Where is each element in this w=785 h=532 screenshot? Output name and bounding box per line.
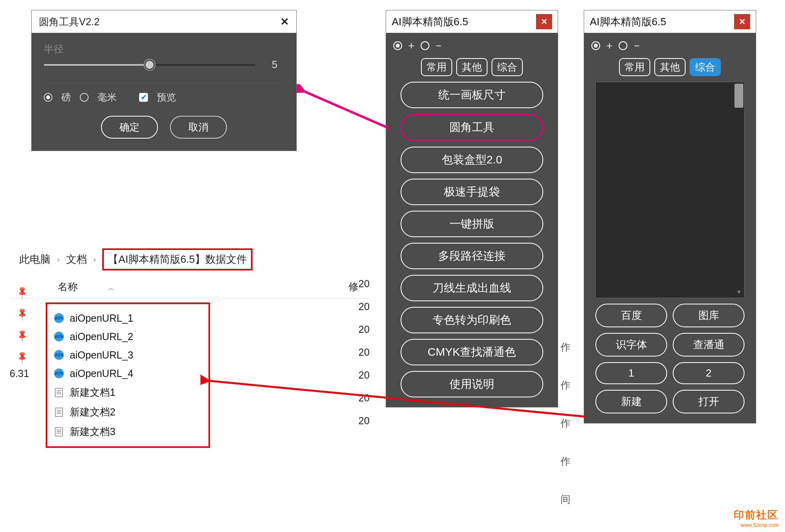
round-corner-dialog: 圆角工具V2.2 ✕ 半径 5 磅 毫米 预览 确定 取消 bbox=[31, 10, 297, 151]
custom-script-list[interactable]: ▴ ▾ bbox=[595, 82, 745, 298]
file-date: 20 bbox=[358, 369, 370, 381]
radius-label: 半径 bbox=[44, 42, 284, 56]
unit-pound-radio[interactable] bbox=[44, 93, 53, 102]
quick-button[interactable]: 新建 bbox=[595, 390, 667, 413]
tab-其他[interactable]: 其他 bbox=[456, 58, 488, 76]
file-row[interactable]: 新建文档3 bbox=[53, 422, 203, 441]
edge-icon bbox=[53, 349, 65, 361]
tool-button[interactable]: 一键拼版 bbox=[401, 211, 543, 237]
panel-titlebar[interactable]: AI脚本精简版6.5 ✕ bbox=[386, 10, 558, 33]
tab-综合[interactable]: 综合 bbox=[492, 58, 523, 76]
text-file-icon bbox=[53, 387, 65, 399]
watermark-url: www.52cnp.com bbox=[734, 522, 779, 528]
quick-button[interactable]: 1 bbox=[595, 362, 667, 384]
pin-icon[interactable]: 📌 bbox=[15, 307, 30, 322]
quick-button[interactable]: 识字体 bbox=[595, 333, 667, 357]
tool-button[interactable]: 包装盒型2.0 bbox=[401, 147, 543, 173]
text-file-icon bbox=[53, 406, 65, 418]
truncated-char: 作 bbox=[560, 341, 571, 354]
close-icon[interactable]: ✕ bbox=[536, 14, 552, 29]
crumb-pc[interactable]: 此电脑 bbox=[19, 252, 51, 266]
close-icon[interactable]: ✕ bbox=[734, 14, 750, 29]
mode-plus-radio[interactable] bbox=[591, 41, 600, 50]
quick-button[interactable]: 图库 bbox=[673, 304, 745, 327]
crumb-folder[interactable]: 【AI脚本精简版6.5】数据文件 bbox=[102, 248, 253, 270]
edge-icon bbox=[53, 312, 65, 324]
watermark: 印前社区 www.52cnp.com bbox=[734, 508, 779, 528]
tab-常用[interactable]: 常用 bbox=[421, 58, 452, 76]
tool-button[interactable]: 统一画板尺寸 bbox=[401, 82, 543, 108]
sort-asc-icon[interactable]: ︿ bbox=[108, 285, 114, 291]
tab-常用[interactable]: 常用 bbox=[619, 58, 650, 76]
tab-综合[interactable]: 综合 bbox=[690, 58, 721, 76]
close-icon[interactable]: ✕ bbox=[280, 16, 289, 28]
unit-pound-label: 磅 bbox=[61, 91, 71, 104]
mode-plus-radio[interactable] bbox=[393, 41, 402, 50]
crumb-docs[interactable]: 文档 bbox=[66, 252, 87, 266]
scrollbar-thumb[interactable] bbox=[734, 84, 743, 108]
file-row[interactable]: 新建文档2 bbox=[53, 402, 203, 422]
dialog-titlebar[interactable]: 圆角工具V2.2 ✕ bbox=[32, 10, 296, 33]
quick-button[interactable]: 打开 bbox=[673, 390, 745, 413]
quick-button[interactable]: 查潘通 bbox=[673, 333, 745, 357]
panel-titlebar[interactable]: AI脚本精简版6.5 ✕ bbox=[584, 10, 756, 33]
script-panel-right: AI脚本精简版6.5 ✕ ＋ － 常用其他综合 ▴ ▾ 百度图库识字体查潘通12… bbox=[584, 10, 756, 423]
breadcrumb[interactable]: 此电脑 › 文档 › 【AI脚本精简版6.5】数据文件 bbox=[10, 244, 370, 275]
pin-icon[interactable]: 📌 bbox=[15, 328, 30, 343]
preview-checkbox[interactable] bbox=[139, 93, 148, 102]
quick-button[interactable]: 百度 bbox=[595, 304, 667, 327]
radius-slider[interactable] bbox=[44, 64, 255, 66]
edge-icon bbox=[53, 330, 65, 343]
col-modified[interactable]: 修 bbox=[348, 280, 358, 293]
tab-其他[interactable]: 其他 bbox=[654, 58, 686, 76]
svg-point-7 bbox=[57, 371, 61, 376]
file-date: 20 bbox=[358, 278, 370, 290]
col-name[interactable]: 名称 bbox=[58, 281, 78, 292]
tool-button[interactable]: 圆角工具 bbox=[401, 114, 543, 141]
truncated-char: 作 bbox=[560, 379, 571, 392]
file-row[interactable]: 新建文档1 bbox=[53, 383, 203, 402]
file-name: 新建文档3 bbox=[70, 425, 115, 438]
file-name: aiOpenURL_4 bbox=[70, 368, 133, 379]
script-panel-left: AI脚本精简版6.5 ✕ ＋ － 常用其他综合 统一画板尺寸圆角工具包装盒型2.… bbox=[386, 10, 558, 407]
minus-label: － bbox=[433, 38, 444, 52]
tool-button[interactable]: 极速手提袋 bbox=[401, 179, 543, 205]
scroll-down-icon[interactable]: ▾ bbox=[734, 288, 743, 297]
quick-pins: 📌 📌 📌 📌 bbox=[17, 288, 28, 363]
tool-button[interactable]: 使用说明 bbox=[401, 371, 543, 397]
ok-button[interactable]: 确定 bbox=[101, 116, 158, 139]
truncated-char: 作 bbox=[560, 455, 571, 468]
mode-row: ＋ － bbox=[392, 38, 444, 52]
file-name: aiOpenURL_2 bbox=[70, 331, 133, 343]
plus-label: ＋ bbox=[406, 38, 417, 52]
unit-mm-radio[interactable] bbox=[80, 93, 89, 102]
slider-thumb-icon[interactable] bbox=[144, 60, 155, 70]
file-row[interactable]: aiOpenURL_2 bbox=[53, 327, 203, 346]
tool-button[interactable]: CMYK查找潘通色 bbox=[401, 339, 543, 365]
mode-minus-radio[interactable] bbox=[619, 41, 627, 50]
file-row[interactable]: aiOpenURL_3 bbox=[53, 346, 203, 364]
file-row[interactable]: aiOpenURL_4 bbox=[53, 364, 203, 383]
quick-button[interactable]: 2 bbox=[673, 362, 745, 384]
radius-value: 5 bbox=[265, 59, 284, 71]
minus-label: － bbox=[631, 38, 642, 52]
panel-title: AI脚本精简版6.5 bbox=[392, 15, 468, 29]
file-date: 20 bbox=[358, 347, 370, 358]
version-fragment: 6.31 bbox=[10, 368, 29, 379]
date-column: 20202020202020 bbox=[358, 278, 370, 427]
tool-button[interactable]: 多段路径连接 bbox=[401, 243, 543, 269]
tab-row: 常用其他综合 bbox=[619, 58, 721, 76]
file-date: 20 bbox=[358, 392, 370, 404]
column-headers[interactable]: 名称 ︿ 修 bbox=[10, 275, 370, 298]
svg-point-3 bbox=[57, 335, 61, 339]
pin-icon[interactable]: 📌 bbox=[15, 285, 30, 300]
tool-button[interactable]: 专色转为印刷色 bbox=[401, 307, 543, 333]
dialog-title-text: 圆角工具V2.2 bbox=[39, 15, 99, 28]
cancel-button[interactable]: 取消 bbox=[170, 116, 227, 139]
mode-minus-radio[interactable] bbox=[421, 41, 429, 50]
file-row[interactable]: aiOpenURL_1 bbox=[53, 309, 203, 327]
chevron-right-icon: › bbox=[93, 255, 96, 264]
pin-icon[interactable]: 📌 bbox=[15, 350, 30, 365]
tool-button[interactable]: 刀线生成出血线 bbox=[401, 275, 543, 301]
svg-line-20 bbox=[302, 91, 389, 128]
